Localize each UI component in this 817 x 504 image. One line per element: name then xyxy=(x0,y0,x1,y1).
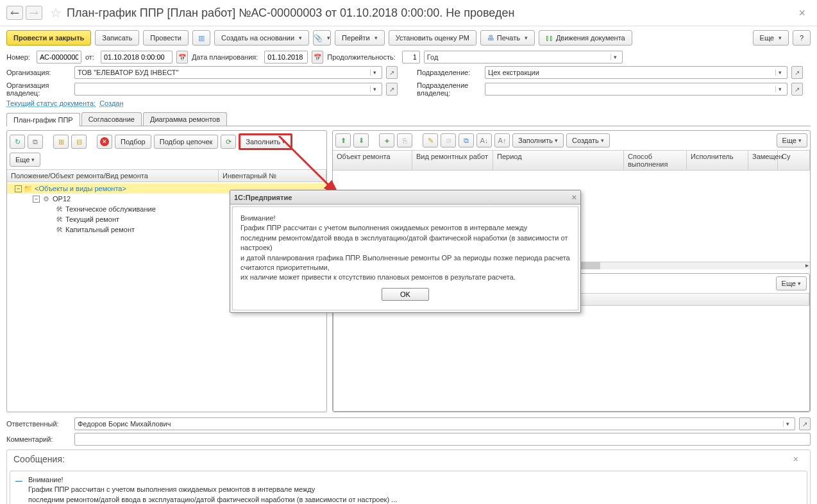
dialog-ok-button[interactable]: OK xyxy=(382,288,429,301)
chevron-down-icon[interactable]: ▾ xyxy=(783,421,792,427)
tree-collapse-icon[interactable]: − xyxy=(33,196,40,203)
nav-forward-button[interactable]: 🡒 xyxy=(26,6,42,20)
messages-close-icon[interactable]: × xyxy=(788,454,804,464)
status-value-link[interactable]: Создан xyxy=(99,99,123,107)
expand-all-icon[interactable]: ⊞ xyxy=(53,135,69,149)
org-owner-label: Организация владелец: xyxy=(6,81,71,97)
number-input[interactable] xyxy=(37,51,81,63)
post-and-close-button[interactable]: Провести и закрыть xyxy=(6,30,91,46)
dialog-line-4: их наличие может привести к отсутствию п… xyxy=(240,273,570,282)
delete-row-icon[interactable]: ⊘ xyxy=(441,133,456,147)
duration-input[interactable] xyxy=(402,51,420,63)
dept-owner-select[interactable]: ▾ xyxy=(485,83,788,96)
messages-title-bar: Сообщения: × xyxy=(7,450,810,468)
comment-label: Комментарий: xyxy=(6,435,71,443)
dept-owner-open-button[interactable]: ↗ xyxy=(791,83,803,96)
favorite-star-icon[interactable]: ☆ xyxy=(50,5,62,21)
create-based-on-button[interactable]: Создать на основании xyxy=(214,30,309,46)
set-rm-score-button[interactable]: Установить оценку РМ xyxy=(389,30,476,46)
period-icon[interactable]: ⟳ xyxy=(221,135,236,149)
sort-desc-icon[interactable]: A↑ xyxy=(494,133,510,147)
chevron-down-icon[interactable]: ▾ xyxy=(370,69,379,76)
chevron-down-icon[interactable]: ▾ xyxy=(611,54,619,60)
duration-unit-select[interactable]: Год▾ xyxy=(424,51,623,63)
from-date-input[interactable] xyxy=(101,51,173,63)
wrench-icon: 🛠 xyxy=(55,225,63,234)
comment-row: Комментарий: xyxy=(0,432,817,447)
tree-node-label: ОР12 xyxy=(53,195,71,203)
message-item[interactable]: — Внимание! График ППР рассчитан с учето… xyxy=(10,471,807,504)
delete-icon[interactable]: ✕ xyxy=(97,135,112,149)
print-icon: 🖶 xyxy=(487,34,494,42)
tab-approval[interactable]: Согласование xyxy=(81,112,142,126)
post-button[interactable]: Провести xyxy=(143,30,189,46)
report-icon[interactable]: ▥ xyxy=(192,30,210,46)
copy-icon[interactable]: ⎘ xyxy=(397,133,412,147)
main-toolbar: Провести и закрыть Записать Провести ▥ С… xyxy=(0,26,817,49)
add-icon[interactable]: ＋ xyxy=(379,133,394,147)
org-owner-select[interactable]: ▾ xyxy=(74,83,382,96)
dialog-close-icon[interactable]: × xyxy=(571,192,577,202)
dept-label: Подразделение: xyxy=(417,69,481,76)
refresh-icon[interactable]: ↻ xyxy=(10,135,25,149)
sub-grid-body xyxy=(333,306,809,411)
goto-button[interactable]: Перейти xyxy=(335,30,385,46)
left-more-button[interactable]: Еще xyxy=(10,153,40,167)
fill-button-highlighted[interactable]: Заполнить xyxy=(239,133,292,150)
org-label: Организация: xyxy=(6,69,71,76)
tree-collapse-icon[interactable]: − xyxy=(15,185,22,192)
close-icon[interactable]: × xyxy=(793,6,811,20)
collapse-all-icon[interactable]: ⊟ xyxy=(71,135,87,149)
wrench-icon: 🛠 xyxy=(55,215,63,224)
dept-select[interactable]: Цех екстракции▾ xyxy=(485,66,788,79)
chevron-down-icon[interactable]: ▾ xyxy=(370,86,379,92)
col-extra: Су xyxy=(778,151,810,170)
more-button[interactable]: Еще xyxy=(753,30,789,46)
right-fill-button[interactable]: Заполнить xyxy=(512,133,564,147)
page-title: План-график ППР [План работ] №АС-0000000… xyxy=(67,6,793,20)
plan-date-calendar-icon[interactable]: 📅 xyxy=(312,51,323,63)
sort-asc-icon[interactable]: A↓ xyxy=(476,133,492,147)
col-repair-type: Вид ремонтных работ xyxy=(412,151,493,170)
col-replaced: Замещен xyxy=(748,151,778,170)
move-up-icon[interactable]: ⬆ xyxy=(335,133,351,147)
org-open-button[interactable]: ↗ xyxy=(386,66,398,79)
help-button[interactable]: ? xyxy=(793,30,811,46)
right-more-button[interactable]: Еще xyxy=(777,133,807,147)
sub-more-button[interactable]: Еще xyxy=(776,276,807,290)
left-toolbar: ↻ ⧉ ⊞ ⊟ ✕ Подбор Подбор цепочек ⟳ Заполн… xyxy=(7,131,326,170)
dept-open-button[interactable]: ↗ xyxy=(791,66,803,79)
duration-label: Продолжительность: xyxy=(327,53,395,61)
comment-input[interactable] xyxy=(74,433,811,446)
dialog-head: Внимание! xyxy=(240,214,570,223)
tab-plan-ppr[interactable]: План-график ППР xyxy=(6,113,80,126)
tree-icon[interactable]: ⧉ xyxy=(28,135,43,149)
col-method: Способ выполнения xyxy=(624,151,687,170)
write-button[interactable]: Записать xyxy=(95,30,139,46)
view-icon[interactable]: ⧉ xyxy=(459,133,474,147)
print-button[interactable]: 🖶Печать xyxy=(480,30,535,46)
message-bullet-icon: — xyxy=(15,476,22,486)
right-create-button[interactable]: Создать xyxy=(566,133,610,147)
attachments-button[interactable]: 📎 xyxy=(313,30,331,46)
responsible-select[interactable]: Федоров Борис Михайлович▾ xyxy=(74,417,795,430)
org-select[interactable]: ТОВ "ЕЛЕВАТОР БУД ІНВЕСТ"▾ xyxy=(74,66,382,79)
move-down-icon[interactable]: ⬇ xyxy=(353,133,369,147)
chevron-down-icon[interactable]: ▾ xyxy=(775,86,784,92)
document-movements-button[interactable]: ⫿⫿Движения документа xyxy=(539,30,632,46)
responsible-open-button[interactable]: ↗ xyxy=(799,417,811,430)
pick-chain-button[interactable]: Подбор цепочек xyxy=(154,135,219,149)
dept-owner-label: Подразделение владелец: xyxy=(417,81,481,97)
org-owner-open-button[interactable]: ↗ xyxy=(386,83,398,96)
gear-icon: ⚙ xyxy=(42,194,51,203)
pick-button[interactable]: Подбор xyxy=(115,135,151,149)
tab-diagram[interactable]: Диаграмма ремонтов xyxy=(143,112,227,126)
dialog-line-3: и датой планирования графика ППР. Выполн… xyxy=(240,253,570,273)
edit-icon[interactable]: ✎ xyxy=(423,133,438,147)
status-label-link[interactable]: Текущий статус документа: xyxy=(6,99,96,107)
from-date-calendar-icon[interactable]: 📅 xyxy=(176,51,188,63)
chevron-down-icon[interactable]: ▾ xyxy=(775,69,784,76)
nav-back-button[interactable]: 🡐 xyxy=(6,6,23,20)
messages-title: Сообщения: xyxy=(13,454,65,464)
plan-date-input[interactable] xyxy=(264,51,308,63)
